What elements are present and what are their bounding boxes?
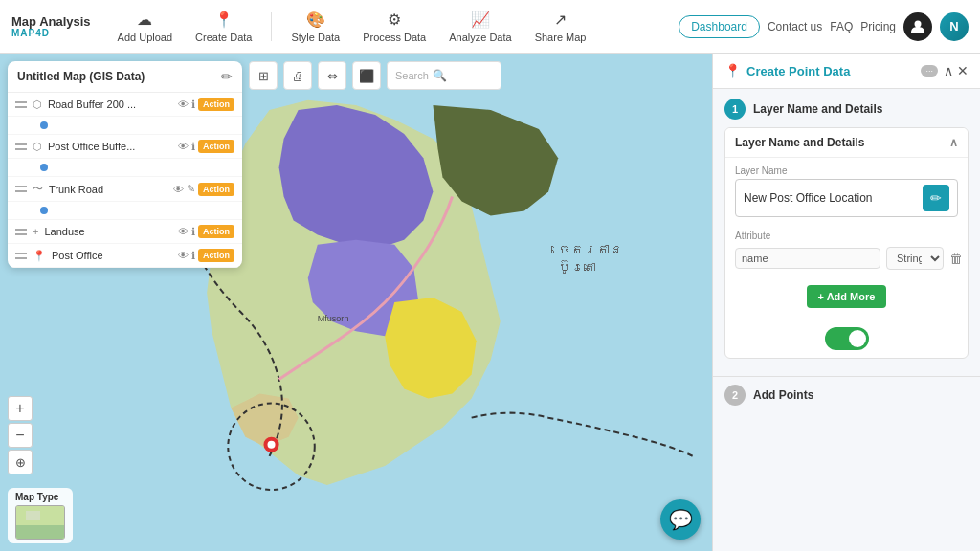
nav-create-data[interactable]: 📍 Create Data (188, 7, 259, 47)
layer-action-group: 👁 ℹ Action (178, 225, 234, 238)
grid-tool-button[interactable]: ⊞ (249, 61, 278, 90)
layer-action-group: 👁 ✎ Action (173, 183, 234, 196)
step2-section: 2 Add Points (713, 376, 980, 413)
layer-action-group: 👁 ℹ Action (178, 98, 234, 111)
attribute-delete-button[interactable]: 🗑 (949, 251, 963, 266)
nav-analyze-data[interactable]: 📈 Analyze Data (441, 7, 519, 47)
user-avatar[interactable]: N (940, 12, 969, 41)
pricing-link[interactable]: Pricing (860, 20, 896, 33)
layer-visibility-button[interactable]: 👁 (178, 250, 189, 261)
layer-color-dot (40, 164, 48, 171)
chat-button[interactable]: 💬 (660, 499, 701, 540)
layer-name-input-container: New Post Office Location ✏ (735, 179, 958, 217)
action-badge[interactable]: Action (198, 249, 234, 262)
toggle-switch[interactable] (825, 327, 869, 350)
layer-name-field-group: Layer Name New Post Office Location ✏ (725, 158, 968, 225)
layer-drag-handle[interactable] (15, 100, 27, 109)
minimize-button[interactable]: ∧ (944, 63, 953, 78)
dashboard-button[interactable]: Dashboard (679, 15, 760, 38)
layer-color-dot (40, 121, 48, 129)
faq-link[interactable]: FAQ (830, 20, 853, 33)
layer-drag-handle[interactable] (15, 252, 27, 260)
search-icon: 🔍 (433, 69, 447, 82)
layer-name-value[interactable]: New Post Office Location (744, 191, 923, 205)
nav-add-upload[interactable]: ☁ Add Upload (110, 7, 181, 47)
layer-panel: Untitled Map (GIS Data) ✏ ⬡ Road Buffer … (8, 61, 242, 268)
step2-number: 2 (724, 385, 746, 406)
layer-row: + Landuse 👁 ℹ Action (8, 220, 242, 244)
attribute-name-input[interactable] (735, 248, 880, 269)
map-type-label: Map Type (15, 492, 65, 502)
main-area: ចេតរតាន ប៊ូរតោ Mfusorn ⊞ 🖨 ⇔ ⬛ Search 🔍 … (0, 54, 980, 551)
svg-rect-13 (26, 511, 40, 520)
map-toolbar: ⊞ 🖨 ⇔ ⬛ Search 🔍 (249, 61, 704, 90)
nav-process-data[interactable]: ⚙ Process Data (355, 7, 434, 47)
nav-share-map[interactable]: ↗ Share Map (527, 7, 594, 47)
add-more-container: + Add More (725, 274, 968, 320)
process-icon: ⚙ (388, 11, 401, 29)
layer-name-label: Landuse (44, 226, 174, 237)
layer-name-label: Road Buffer 200 ... (48, 99, 174, 110)
layer-info-button[interactable]: ℹ (191, 250, 195, 262)
step1-title: Layer Name and Details (753, 102, 882, 116)
layer-visibility-button[interactable]: 👁 (178, 99, 189, 110)
fullscreen-tool-button[interactable]: ⬛ (352, 61, 381, 90)
zoom-controls: + − ⊕ (8, 396, 33, 474)
layer-drag-handle[interactable] (15, 228, 27, 236)
contact-link[interactable]: Contact us (768, 20, 822, 33)
attribute-type-select[interactable]: String Number Boolean (886, 247, 944, 270)
right-panel-badge: ··· (921, 65, 938, 77)
action-badge[interactable]: Action (198, 183, 234, 196)
action-badge[interactable]: Action (198, 140, 234, 153)
layer-drag-handle[interactable] (15, 143, 27, 151)
layer-row: ⬡ Post Office Buffe... 👁 ℹ Action (8, 135, 242, 159)
zoom-in-button[interactable]: + (8, 396, 33, 421)
toggle-row (725, 320, 968, 358)
layer-info-button[interactable]: ℹ (191, 141, 195, 153)
map-search-box[interactable]: Search 🔍 (387, 61, 501, 90)
top-right-area: Dashboard Contact us FAQ Pricing N (679, 12, 969, 41)
layer-drag-handle[interactable] (15, 185, 27, 193)
map-type-thumbnail[interactable] (15, 505, 65, 540)
svg-point-4 (268, 441, 276, 449)
layer-visibility-button[interactable]: 👁 (173, 184, 184, 195)
svg-text:ចេតរតាន: ចេតរតាន (551, 242, 623, 257)
layer-info-button[interactable]: ✎ (187, 183, 195, 195)
step2-header: 2 Add Points (724, 385, 969, 406)
right-panel: 📍 Create Point Data ··· ∧ ✕ 1 Layer Name… (712, 54, 980, 551)
layer-info-button[interactable]: ℹ (191, 226, 195, 238)
polygon-icon: ⬡ (33, 99, 42, 111)
print-tool-button[interactable]: 🖨 (283, 61, 312, 90)
measure-tool-button[interactable]: ⇔ (318, 61, 346, 90)
create-icon: 📍 (214, 11, 234, 29)
location-pin-icon: 📍 (724, 63, 741, 78)
zoom-out-button[interactable]: − (8, 423, 33, 448)
zoom-reset-button[interactable]: ⊕ (8, 450, 33, 474)
layer-name-edit-button[interactable]: ✏ (923, 185, 949, 211)
layer-action-group: 👁 ℹ Action (178, 249, 234, 262)
add-more-button[interactable]: + Add More (807, 285, 887, 308)
layer-panel-edit-button[interactable]: ✏ (221, 69, 233, 84)
layer-row: 〜 Trunk Road 👁 ✎ Action (8, 177, 242, 202)
toggle-knob (849, 330, 866, 347)
map-view[interactable]: ចេតរតាន ប៊ូរតោ Mfusorn ⊞ 🖨 ⇔ ⬛ Search 🔍 … (0, 54, 712, 551)
layer-name-label: Post Office (52, 250, 174, 261)
layer-row (8, 202, 242, 220)
layer-visibility-button[interactable]: 👁 (178, 141, 189, 152)
user-avatar-dark[interactable] (903, 12, 932, 41)
sub-section-header: Layer Name and Details ∧ (725, 128, 968, 158)
share-icon: ↗ (554, 11, 567, 29)
attribute-section-label: Attribute (725, 225, 968, 243)
action-badge[interactable]: Action (198, 225, 234, 238)
layer-info-button[interactable]: ℹ (191, 99, 195, 111)
layer-visibility-button[interactable]: 👁 (178, 226, 189, 237)
step1-section: 1 Layer Name and Details Layer Name and … (713, 89, 980, 376)
action-badge[interactable]: Action (198, 98, 234, 111)
map-type-box: Map Type (8, 488, 73, 543)
svg-text:Mfusorn: Mfusorn (318, 314, 349, 323)
layer-panel-title: Untitled Map (GIS Data) (17, 70, 215, 83)
svg-text:ប៊ូរតោ: ប៊ូរតោ (558, 260, 596, 275)
close-button[interactable]: ✕ (957, 63, 969, 78)
layer-row (8, 159, 242, 177)
nav-style-data[interactable]: 🎨 Style Data (283, 7, 347, 47)
